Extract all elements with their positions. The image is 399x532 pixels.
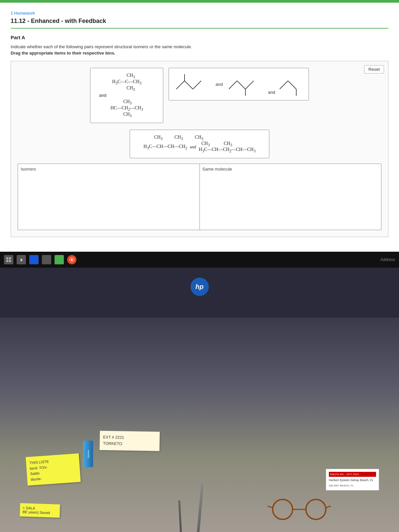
same-molecule-bin-label: Same molecule (202, 167, 379, 172)
and-label-2: and (215, 82, 223, 87)
info-card: RALPH SH... OCT 2022... Herbert Epstein … (326, 469, 379, 490)
isomers-bin-label: Isomers (21, 167, 197, 172)
content-area: 1 Homework 11.12 - Enhanced - with Feedb… (0, 3, 399, 252)
instructions-text: Indicate whether each of the following p… (11, 44, 388, 49)
svg-point-21 (306, 499, 326, 519)
svg-line-8 (280, 81, 288, 89)
glasses (266, 496, 332, 524)
hp-logo-area: hp (191, 278, 209, 296)
handwritten-note: EXT # 2221TORKETO (100, 431, 160, 451)
drag-drop-area: Reset CH3 H3C—C—CH3 CH3 and CH3 (11, 61, 388, 237)
info-card-address: DELRAY BEACH, FL (329, 484, 376, 487)
dropbox-icon (31, 257, 37, 262)
svg-marker-16 (32, 259, 36, 262)
cable-2 (178, 500, 183, 532)
taskbar-icon-grid[interactable] (4, 255, 13, 264)
info-card-text: Herbert Epstein Delray Beach, FL (329, 478, 376, 482)
svg-rect-14 (9, 260, 11, 262)
svg-rect-12 (9, 257, 11, 259)
svg-point-17 (57, 257, 62, 262)
systane-label: Systane (83, 441, 93, 467)
instructions-drag: Drag the appropriate items to their resp… (11, 51, 388, 56)
taskbar-icon-chrome[interactable] (67, 255, 76, 264)
systane-bottle: Systane (83, 441, 93, 467)
svg-line-5 (237, 81, 245, 89)
molecule-card-3[interactable]: CH3 CH3 CH3 H3C—CH—CH—CH2 and CH3 CH3 H3… (130, 130, 269, 158)
svg-line-1 (185, 81, 193, 89)
svg-line-9 (288, 81, 296, 89)
physical-area: hp THIS LISTEbsrd- TOV-Saldodsurie- + SA… (0, 268, 399, 532)
bins-container: Isomers Same molecule (18, 164, 381, 230)
taskbar: a Address (0, 252, 399, 268)
molecule-card-2[interactable]: and and (169, 68, 309, 100)
molecule-card-1[interactable]: CH3 H3C—C—CH3 CH3 and CH3 HC—CH2—CH3 CH3 (90, 68, 163, 123)
check-icon (57, 257, 62, 262)
svg-line-6 (245, 81, 254, 89)
svg-line-24 (326, 506, 331, 508)
svg-point-19 (71, 259, 73, 261)
sticky-note-1: THIS LISTEbsrd- TOV-Saldodsurie- (26, 454, 81, 486)
isomers-bin[interactable]: Isomers (18, 164, 200, 230)
sticky-note-2-text: + SALABE years) Saved (23, 506, 58, 515)
zigzag-mol-3 (278, 71, 305, 97)
info-card-header: RALPH SH... OCT 2022... (329, 472, 376, 477)
svg-rect-11 (6, 257, 8, 259)
zigzag-mol-1 (173, 71, 213, 97)
zigzag-mol-2 (225, 71, 265, 97)
svg-line-4 (229, 81, 237, 89)
and-label-1: and (96, 93, 157, 98)
chrome-icon (69, 257, 74, 262)
taskbar-icon-dropbox[interactable] (29, 255, 39, 264)
note-text: EXT # 2221TORKETO (103, 434, 157, 448)
svg-line-0 (176, 81, 185, 89)
hp-logo: hp (191, 278, 209, 296)
taskbar-icon-misc[interactable] (42, 255, 51, 264)
homework-label: 1 Homework (11, 11, 388, 16)
grid-icon (6, 257, 11, 262)
part-a-label: Part A (11, 35, 388, 40)
address-label: Address (380, 257, 395, 262)
taskbar-icon-a[interactable]: a (17, 255, 26, 264)
taskbar-icon-check[interactable] (55, 255, 64, 264)
glasses-icon (266, 496, 332, 523)
molecule-cards-row-2: CH3 CH3 CH3 H3C—CH—CH—CH2 and CH3 CH3 H3… (18, 130, 381, 158)
svg-line-23 (268, 506, 273, 508)
svg-line-2 (193, 81, 201, 89)
and-label-2b: and (268, 90, 275, 95)
problem-title: 11.12 - Enhanced - with Feedback (11, 18, 388, 29)
top-accent-bar (0, 0, 399, 3)
sticky-note-2: + SALABE years) Saved (20, 503, 60, 518)
svg-rect-13 (6, 260, 8, 262)
cable-1 (195, 484, 203, 532)
svg-point-20 (273, 499, 293, 519)
same-molecule-bin[interactable]: Same molecule (200, 164, 382, 230)
reset-button[interactable]: Reset (364, 65, 384, 73)
molecule-cards-row-1: CH3 H3C—C—CH3 CH3 and CH3 HC—CH2—CH3 CH3 (18, 68, 381, 123)
sticky-note-1-text: THIS LISTEbsrd- TOV-Saldodsurie- (29, 457, 77, 482)
and-label-3: and (190, 144, 196, 150)
desk-surface: THIS LISTEbsrd- TOV-Saldodsurie- + SALAB… (0, 318, 399, 532)
